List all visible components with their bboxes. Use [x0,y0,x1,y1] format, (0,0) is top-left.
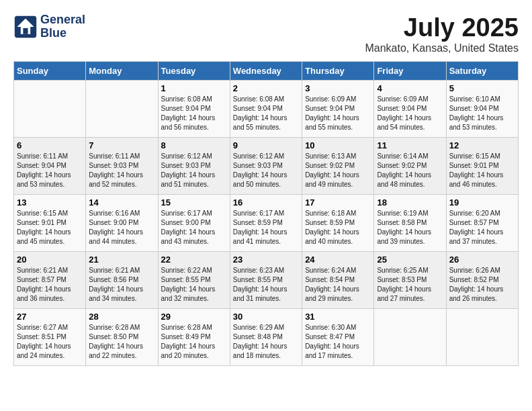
calendar-day-cell: 30Sunrise: 6:29 AMSunset: 8:48 PMDayligh… [230,309,302,366]
day-info: Sunrise: 6:24 AMSunset: 8:54 PMDaylight:… [305,266,371,304]
weekday-header: Friday [374,62,446,81]
day-number: 29 [161,312,227,322]
calendar-day-cell: 21Sunrise: 6:21 AMSunset: 8:56 PMDayligh… [86,252,158,309]
calendar-day-cell: 4Sunrise: 6:09 AMSunset: 9:04 PMDaylight… [374,81,446,138]
calendar-day-cell: 5Sunrise: 6:10 AMSunset: 9:04 PMDaylight… [446,81,518,138]
day-number: 1 [161,83,227,93]
day-number: 10 [305,140,371,150]
calendar-week-row: 1Sunrise: 6:08 AMSunset: 9:04 PMDaylight… [14,81,519,138]
calendar-day-cell: 20Sunrise: 6:21 AMSunset: 8:57 PMDayligh… [14,252,86,309]
day-info: Sunrise: 6:28 AMSunset: 8:49 PMDaylight:… [161,323,227,361]
title-area: July 2025 Mankato, Kansas, United States [365,13,519,54]
weekday-header: Wednesday [230,62,302,81]
calendar-day-cell: 28Sunrise: 6:28 AMSunset: 8:50 PMDayligh… [86,309,158,366]
day-info: Sunrise: 6:17 AMSunset: 9:00 PMDaylight:… [161,209,227,246]
calendar-day-cell: 14Sunrise: 6:16 AMSunset: 9:00 PMDayligh… [86,195,158,252]
day-number: 8 [161,140,227,150]
calendar-day-cell: 16Sunrise: 6:17 AMSunset: 8:59 PMDayligh… [230,195,302,252]
day-number: 25 [377,255,443,265]
calendar-week-row: 13Sunrise: 6:15 AMSunset: 9:01 PMDayligh… [14,195,519,252]
day-info: Sunrise: 6:30 AMSunset: 8:47 PMDaylight:… [305,323,371,361]
day-info: Sunrise: 6:21 AMSunset: 8:57 PMDaylight:… [17,266,83,304]
day-info: Sunrise: 6:15 AMSunset: 9:01 PMDaylight:… [17,209,83,246]
day-info: Sunrise: 6:23 AMSunset: 8:55 PMDaylight:… [233,266,299,304]
day-info: Sunrise: 6:08 AMSunset: 9:04 PMDaylight:… [161,95,227,132]
day-info: Sunrise: 6:20 AMSunset: 8:57 PMDaylight:… [449,209,515,246]
day-number: 26 [449,255,515,265]
day-info: Sunrise: 6:11 AMSunset: 9:04 PMDaylight:… [17,152,83,189]
day-info: Sunrise: 6:12 AMSunset: 9:03 PMDaylight:… [161,152,227,189]
calendar-day-cell: 23Sunrise: 6:23 AMSunset: 8:55 PMDayligh… [230,252,302,309]
calendar-day-cell: 31Sunrise: 6:30 AMSunset: 8:47 PMDayligh… [302,309,374,366]
day-info: Sunrise: 6:25 AMSunset: 8:53 PMDaylight:… [377,266,443,304]
day-number: 20 [17,255,83,265]
calendar-day-cell: 7Sunrise: 6:11 AMSunset: 9:03 PMDaylight… [86,138,158,195]
day-number: 30 [233,312,299,322]
day-number: 5 [449,83,515,93]
calendar-day-cell: 24Sunrise: 6:24 AMSunset: 8:54 PMDayligh… [302,252,374,309]
calendar-day-cell: 19Sunrise: 6:20 AMSunset: 8:57 PMDayligh… [446,195,518,252]
calendar-day-cell: 15Sunrise: 6:17 AMSunset: 9:00 PMDayligh… [158,195,230,252]
day-number: 12 [449,140,515,150]
day-number: 24 [305,255,371,265]
weekday-header: Sunday [14,62,86,81]
page-header: General Blue July 2025 Mankato, Kansas, … [13,13,519,54]
day-info: Sunrise: 6:10 AMSunset: 9:04 PMDaylight:… [449,95,515,132]
day-info: Sunrise: 6:11 AMSunset: 9:03 PMDaylight:… [89,152,154,189]
day-info: Sunrise: 6:15 AMSunset: 9:01 PMDaylight:… [449,152,515,189]
day-number: 28 [89,312,154,322]
weekday-header: Tuesday [158,62,230,81]
calendar-week-row: 20Sunrise: 6:21 AMSunset: 8:57 PMDayligh… [14,252,519,309]
day-info: Sunrise: 6:08 AMSunset: 9:04 PMDaylight:… [233,95,299,132]
day-number: 15 [161,197,227,208]
day-number: 22 [161,255,227,265]
calendar-day-cell: 27Sunrise: 6:27 AMSunset: 8:51 PMDayligh… [14,309,86,366]
day-info: Sunrise: 6:14 AMSunset: 9:02 PMDaylight:… [377,152,443,189]
weekday-header: Saturday [446,62,518,81]
calendar-day-cell: 8Sunrise: 6:12 AMSunset: 9:03 PMDaylight… [158,138,230,195]
calendar-day-cell [446,309,518,366]
weekday-header: Monday [86,62,158,81]
calendar-day-cell: 22Sunrise: 6:22 AMSunset: 8:55 PMDayligh… [158,252,230,309]
day-number: 31 [305,312,371,322]
day-info: Sunrise: 6:28 AMSunset: 8:50 PMDaylight:… [89,323,154,361]
calendar-day-cell: 25Sunrise: 6:25 AMSunset: 8:53 PMDayligh… [374,252,446,309]
day-info: Sunrise: 6:09 AMSunset: 9:04 PMDaylight:… [377,95,443,132]
calendar-day-cell [86,81,158,138]
weekday-header: Thursday [302,62,374,81]
location-title: Mankato, Kansas, United States [365,42,519,54]
header-row: SundayMondayTuesdayWednesdayThursdayFrid… [14,62,519,81]
day-number: 3 [305,83,371,93]
day-info: Sunrise: 6:09 AMSunset: 9:04 PMDaylight:… [305,95,371,132]
svg-rect-2 [23,28,28,34]
day-number: 18 [377,197,443,208]
calendar-week-row: 6Sunrise: 6:11 AMSunset: 9:04 PMDaylight… [14,138,519,195]
day-number: 13 [17,197,83,208]
day-number: 6 [17,140,83,150]
calendar-day-cell: 12Sunrise: 6:15 AMSunset: 9:01 PMDayligh… [446,138,518,195]
calendar-day-cell: 3Sunrise: 6:09 AMSunset: 9:04 PMDaylight… [302,81,374,138]
logo: General Blue [13,13,85,40]
calendar-day-cell: 10Sunrise: 6:13 AMSunset: 9:02 PMDayligh… [302,138,374,195]
calendar-day-cell [14,81,86,138]
calendar-day-cell: 13Sunrise: 6:15 AMSunset: 9:01 PMDayligh… [14,195,86,252]
month-title: July 2025 [365,13,519,42]
day-info: Sunrise: 6:18 AMSunset: 8:59 PMDaylight:… [305,209,371,246]
day-info: Sunrise: 6:13 AMSunset: 9:02 PMDaylight:… [305,152,371,189]
calendar-day-cell: 17Sunrise: 6:18 AMSunset: 8:59 PMDayligh… [302,195,374,252]
calendar-day-cell: 6Sunrise: 6:11 AMSunset: 9:04 PMDaylight… [14,138,86,195]
calendar-day-cell: 29Sunrise: 6:28 AMSunset: 8:49 PMDayligh… [158,309,230,366]
day-number: 11 [377,140,443,150]
day-number: 21 [89,255,154,265]
logo-icon [13,15,38,39]
calendar-day-cell: 1Sunrise: 6:08 AMSunset: 9:04 PMDaylight… [158,81,230,138]
day-number: 9 [233,140,299,150]
day-info: Sunrise: 6:12 AMSunset: 9:03 PMDaylight:… [233,152,299,189]
day-number: 16 [233,197,299,208]
day-number: 7 [89,140,154,150]
calendar-day-cell: 11Sunrise: 6:14 AMSunset: 9:02 PMDayligh… [374,138,446,195]
calendar-table: SundayMondayTuesdayWednesdayThursdayFrid… [13,61,519,366]
day-number: 17 [305,197,371,208]
day-info: Sunrise: 6:26 AMSunset: 8:52 PMDaylight:… [449,266,515,304]
day-number: 2 [233,83,299,93]
